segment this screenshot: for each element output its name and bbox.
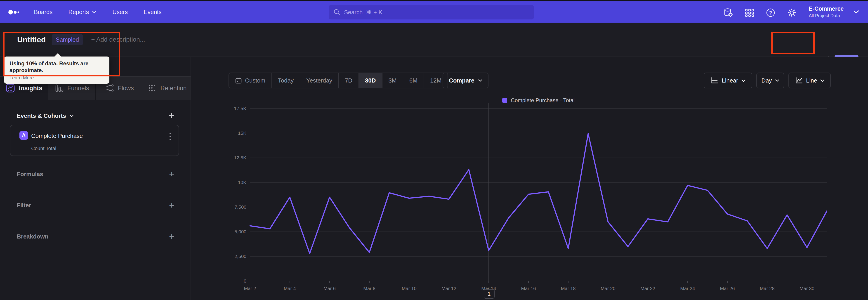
sampling-tooltip: Using 10% of data. Results are approxima… [4, 57, 110, 84]
learn-more-link[interactable]: Learn More [9, 75, 34, 81]
svg-text:Mar 20: Mar 20 [600, 286, 615, 291]
chevron-down-icon [92, 11, 96, 13]
range-label: 12M [430, 77, 442, 84]
svg-text:Mar 26: Mar 26 [720, 286, 735, 291]
nav-item-boards[interactable]: Boards [34, 8, 53, 16]
svg-text:Mar 2: Mar 2 [244, 286, 256, 291]
svg-text:2,500: 2,500 [235, 254, 246, 259]
nav-item-users[interactable]: Users [112, 8, 128, 16]
tab-label: Insights [19, 85, 42, 92]
date-range-control: Custom Today Yesterday 7D 30D 3M 6M 12M [228, 72, 448, 88]
range-label: Yesterday [306, 77, 332, 84]
chevron-down-icon [820, 79, 825, 82]
svg-text:?: ? [769, 10, 772, 16]
search-input[interactable] [344, 9, 529, 16]
nav-menu: Boards Reports Users Events [34, 1, 162, 23]
range-3m[interactable]: 3M [382, 73, 403, 88]
svg-text:5,000: 5,000 [235, 229, 246, 234]
tab-label: Funnels [67, 85, 89, 92]
nav-item-reports[interactable]: Reports [68, 8, 96, 16]
nav-item-label: Reports [68, 8, 89, 16]
event-card[interactable]: A Complete Purchase Count Total [10, 125, 179, 156]
help-icon[interactable]: ? [766, 8, 776, 18]
section-title: Breakdown [17, 233, 49, 240]
svg-text:15K: 15K [238, 130, 246, 136]
svg-text:Mar 28: Mar 28 [760, 286, 774, 291]
scale-label: Linear [722, 77, 738, 84]
section-title: Filter [17, 202, 31, 209]
compare-dropdown[interactable]: Compare [442, 72, 489, 88]
project-selector[interactable]: E-Commerce All Project Data [809, 5, 844, 18]
svg-text:7,500: 7,500 [235, 204, 246, 210]
project-name: E-Commerce [809, 5, 844, 12]
nav-item-label: Events [144, 8, 162, 16]
settings-gear-icon[interactable] [787, 8, 797, 18]
range-today[interactable]: Today [272, 73, 300, 88]
section-title: Events & Cohorts [17, 112, 66, 119]
apps-grid-icon[interactable] [745, 8, 754, 18]
event-letter-badge: A [20, 131, 28, 140]
search-icon [334, 9, 340, 16]
linear-axis-icon [710, 77, 719, 84]
chart-type-label: Line [806, 77, 817, 84]
events-cohorts-header: Events & Cohorts + [17, 111, 174, 121]
add-filter-button[interactable]: + [169, 201, 174, 210]
chevron-down-icon [741, 79, 745, 82]
svg-text:17.5K: 17.5K [234, 106, 246, 111]
event-name: Complete Purchase [31, 132, 83, 140]
range-label: 3M [389, 77, 397, 84]
svg-text:Mar 4: Mar 4 [284, 286, 296, 291]
funnels-icon [54, 83, 64, 93]
range-label: 7D [345, 77, 352, 84]
chevron-down-icon [775, 79, 779, 82]
section-title: Formulas [17, 171, 43, 178]
svg-text:Mar 12: Mar 12 [441, 286, 456, 291]
add-breakdown-button[interactable]: + [169, 232, 174, 241]
chevron-down-icon [478, 79, 482, 82]
range-6m[interactable]: 6M [403, 73, 424, 88]
calendar-icon [235, 77, 242, 84]
report-title[interactable]: Untitled [17, 35, 46, 44]
range-yesterday[interactable]: Yesterday [300, 73, 338, 88]
svg-text:Mar 24: Mar 24 [680, 286, 695, 291]
sampled-badge[interactable]: Sampled [52, 34, 83, 45]
range-label: 30D [365, 77, 376, 84]
line-chart-icon [795, 77, 803, 84]
range-label: Today [278, 77, 293, 84]
chart-type-dropdown[interactable]: Line [788, 72, 831, 88]
nav-item-label: Users [112, 8, 128, 16]
data-management-icon[interactable] [723, 8, 733, 18]
add-formula-button[interactable]: + [169, 170, 174, 179]
add-event-button[interactable]: + [168, 111, 174, 120]
range-label: Custom [245, 77, 266, 84]
svg-text:Mar 8: Mar 8 [363, 286, 375, 291]
chart-region: Custom Today Yesterday 7D 30D 3M 6M 12M … [191, 57, 868, 300]
scale-dropdown[interactable]: Linear [704, 72, 752, 88]
global-search[interactable] [329, 5, 534, 20]
range-custom[interactable]: Custom [229, 73, 272, 88]
event-options-icon[interactable] [168, 132, 172, 141]
mixpanel-logo-icon[interactable] [8, 9, 22, 16]
svg-text:Mar 18: Mar 18 [561, 286, 576, 291]
range-30d[interactable]: 30D [359, 73, 382, 88]
chevron-down-icon [70, 115, 74, 117]
interval-dropdown[interactable]: Day [756, 72, 784, 88]
range-label: 6M [409, 77, 417, 84]
line-chart-canvas[interactable]: 02,5005,0007,50010K12.5K15K17.5KMar 2Mar… [228, 99, 845, 298]
svg-text:Mar 10: Mar 10 [402, 286, 416, 291]
range-7d[interactable]: 7D [338, 73, 359, 88]
add-description-field[interactable]: + Add description... [91, 36, 145, 43]
events-cohorts-toggle[interactable]: Events & Cohorts [17, 112, 74, 119]
filter-section: Filter + [17, 199, 174, 212]
svg-text:0: 0 [244, 278, 246, 283]
svg-text:Mar 30: Mar 30 [800, 286, 814, 291]
chevron-down-icon[interactable] [854, 10, 859, 14]
tab-retention[interactable]: Retention [143, 76, 191, 100]
formulas-section: Formulas + [17, 168, 174, 180]
svg-text:12.5K: 12.5K [234, 155, 246, 160]
svg-text:Mar 6: Mar 6 [323, 286, 336, 291]
page-indicator[interactable]: 1 [484, 289, 495, 299]
flows-icon [105, 83, 114, 93]
event-metric[interactable]: Count Total [31, 146, 56, 151]
nav-item-events[interactable]: Events [144, 8, 162, 16]
